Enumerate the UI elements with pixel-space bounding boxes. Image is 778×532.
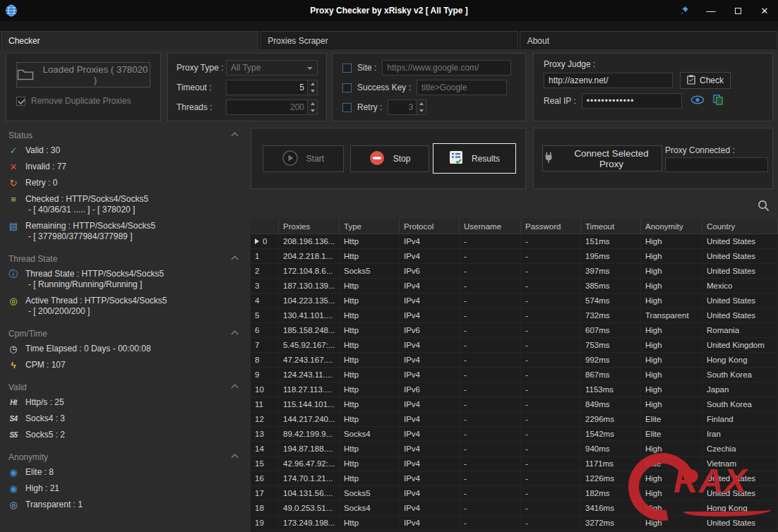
start-button[interactable]: Start	[263, 145, 344, 172]
row-index: 12	[251, 412, 279, 426]
column-header-country[interactable]: Country	[702, 219, 778, 234]
spinner-arrows-icon[interactable]	[307, 80, 317, 95]
check-button[interactable]: Check	[680, 72, 731, 89]
loaded-proxies-button[interactable]: Loaded Proxies ( 378020 )	[16, 62, 150, 87]
table-row[interactable]: 14194.87.188....HttpIPv4--940msHighCzech…	[251, 442, 778, 457]
cell: 104.223.135...	[279, 294, 340, 308]
site-input[interactable]	[382, 60, 511, 75]
table-row[interactable]: 17104.131.56....Socks5IPv4--182msHighUni…	[251, 486, 778, 501]
table-body: 0208.196.136...HttpIPv4--151msHighUnited…	[251, 234, 778, 531]
cell: 124.243.11....	[279, 368, 340, 382]
cell: 867ms	[581, 368, 641, 382]
row-index: 7	[251, 338, 279, 352]
cell: High	[641, 442, 702, 456]
cell: 144.217.240...	[279, 412, 340, 426]
section-header-thread-state[interactable]: Thread State	[0, 252, 249, 266]
cell: Http	[340, 249, 400, 263]
column-header-username[interactable]: Username	[460, 219, 521, 234]
collapse-chevron-icon[interactable]	[232, 384, 239, 391]
spinner-arrows-icon[interactable]	[416, 100, 426, 114]
section-header-status[interactable]: Status	[0, 128, 249, 143]
close-button[interactable]: ✕	[751, 0, 778, 21]
retry-checkbox[interactable]	[342, 103, 352, 112]
column-header-index[interactable]	[251, 219, 279, 234]
column-header-anonymity[interactable]: Anonymity	[641, 219, 702, 234]
minimize-button[interactable]: —	[698, 0, 724, 21]
pin-icon[interactable]	[671, 0, 698, 21]
cell: 992ms	[581, 353, 641, 367]
cell: High	[641, 471, 702, 485]
table-row[interactable]: 16174.70.1.21...HttpIPv4--1226msHighUnit…	[251, 471, 778, 486]
table-row[interactable]: 3187.130.139...HttpIPv4--385msHighMexico	[251, 279, 778, 294]
success-key-checkbox[interactable]	[342, 83, 352, 92]
table-row[interactable]: 6185.158.248...HttpIPv6--607msHighRomani…	[251, 323, 778, 338]
cell: Http	[340, 338, 400, 352]
cell: 397ms	[581, 264, 641, 278]
tab-bar: Checker Proxies Scraper About	[0, 21, 778, 49]
connect-selected-proxy-button[interactable]: Connect Selected Proxy	[542, 145, 662, 171]
table-row[interactable]: 10118.27.113....HttpIPv6--1153msHighJapa…	[251, 382, 778, 397]
proxy-type-select[interactable]: All Type	[226, 60, 318, 75]
cell: IPv4	[400, 471, 460, 485]
copy-icon[interactable]	[713, 95, 724, 107]
table-row[interactable]: 2172.104.8.6...Socks5IPv6--397msHighUnit…	[251, 264, 778, 279]
site-checkbox[interactable]	[342, 64, 352, 73]
table-row[interactable]: 12144.217.240...HttpIPv4--2296msEliteFin…	[251, 412, 778, 427]
tab-about[interactable]: About	[520, 31, 777, 49]
tab-checker[interactable]: Checker	[1, 31, 258, 49]
threads-label: Threads :	[176, 102, 226, 112]
column-header-protocol[interactable]: Protocol	[400, 219, 460, 234]
cell: -	[521, 323, 581, 337]
proxy-connected-input[interactable]	[665, 157, 768, 172]
table-row[interactable]: 19173.249.198...HttpIPv4--3272msHighUnit…	[251, 516, 778, 531]
retry-stepper[interactable]	[388, 99, 426, 115]
collapse-chevron-icon[interactable]	[232, 132, 239, 139]
search-icon[interactable]	[758, 200, 770, 214]
collapse-chevron-icon[interactable]	[232, 454, 239, 461]
stop-button[interactable]: Stop	[350, 145, 429, 172]
remove-duplicates-checkbox[interactable]	[16, 97, 25, 106]
table-row[interactable]: 75.45.92.167:...HttpIPv4--753msHighUnite…	[251, 338, 778, 353]
cell: -	[521, 249, 581, 263]
cell: 194.87.188....	[279, 442, 340, 456]
table-row[interactable]: 11115.144.101...HttpIPv4--849msHighSouth…	[251, 397, 778, 412]
column-header-proxies[interactable]: Proxies	[279, 219, 340, 234]
results-button[interactable]: Results	[433, 143, 516, 174]
table-row[interactable]: 9124.243.11....HttpIPv4--867msHighSouth …	[251, 368, 778, 382]
loaded-proxies-label: Loaded Proxies ( 378020 )	[41, 64, 150, 85]
cell: -	[521, 486, 581, 500]
timeout-input[interactable]	[226, 80, 318, 95]
collapse-chevron-icon[interactable]	[232, 255, 239, 262]
section-title: Valid	[8, 382, 27, 392]
table-row[interactable]: 4104.223.135...HttpIPv4--574msHighUnited…	[251, 294, 778, 308]
threads-stepper[interactable]	[226, 99, 318, 115]
eye-icon[interactable]	[690, 95, 705, 107]
real-ip-input[interactable]	[582, 93, 682, 109]
table-row[interactable]: 5130.41.101....HttpIPv4--732msTransparen…	[251, 308, 778, 323]
section-header-valid[interactable]: Valid	[0, 380, 249, 394]
tab-proxies-scraper[interactable]: Proxies Scraper	[260, 31, 517, 49]
cell: -	[460, 308, 521, 322]
table-row[interactable]: 1204.2.218.1...HttpIPv4--195msHighUnited…	[251, 249, 778, 264]
cell: 574ms	[581, 294, 641, 308]
maximize-button[interactable]	[724, 0, 751, 21]
section-header-anonymity[interactable]: Anonymity	[0, 450, 249, 464]
column-header-type[interactable]: Type	[340, 219, 400, 234]
table-row[interactable]: 1389.42.199.9...Socks4IPv4--1542msEliteI…	[251, 427, 778, 442]
cell: Socks4	[340, 501, 400, 515]
timeout-stepper[interactable]	[226, 80, 318, 95]
column-header-password[interactable]: Password	[521, 219, 581, 234]
table-row[interactable]: 0208.196.136...HttpIPv4--151msHighUnited…	[251, 234, 778, 249]
spinner-arrows-icon[interactable]	[307, 100, 317, 114]
cell: Japan	[702, 382, 778, 397]
collapse-chevron-icon[interactable]	[232, 330, 239, 337]
table-row[interactable]: 847.243.167....HttpIPv4--992msHighHong K…	[251, 353, 778, 368]
column-header-timeout[interactable]: Timeout	[581, 219, 641, 234]
threads-input[interactable]	[226, 99, 318, 115]
table-row[interactable]: 1542.96.47.92:...HttpIPv4--1171msEliteVi…	[251, 457, 778, 471]
section-header-cpm-time[interactable]: Cpm/Time	[0, 327, 249, 341]
cell: IPv4	[400, 516, 460, 530]
proxy-judge-input[interactable]	[544, 73, 673, 88]
success-key-input[interactable]	[417, 80, 507, 95]
table-row[interactable]: 1849.0.253.51...Socks4IPv4--3416msHighHo…	[251, 501, 778, 516]
